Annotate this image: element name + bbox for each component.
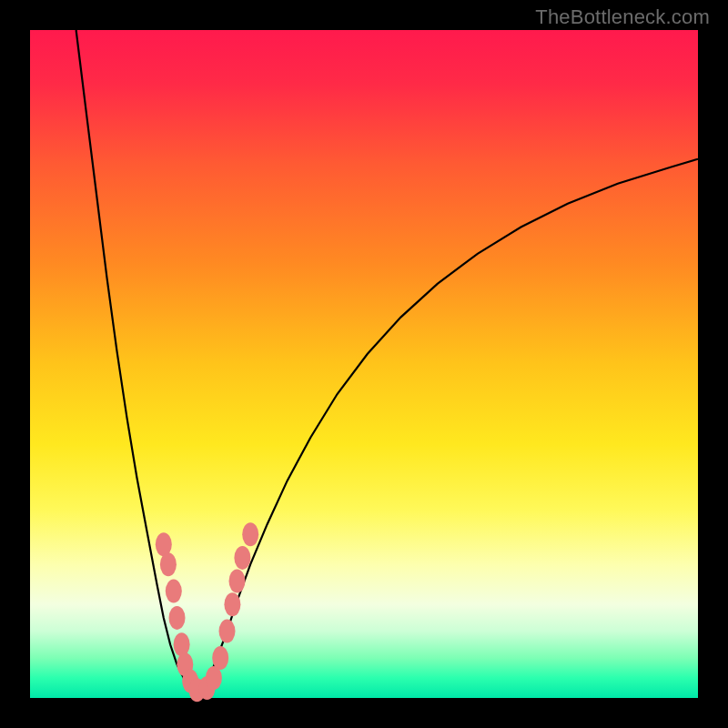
right-branch-curve (197, 159, 699, 695)
chart-frame: TheBottleneck.com (0, 0, 728, 728)
data-marker (242, 522, 258, 546)
data-marker (160, 552, 177, 576)
data-marker (229, 570, 246, 593)
watermark-text: TheBottleneck.com (535, 5, 710, 29)
marker-group (156, 522, 258, 702)
data-marker (166, 580, 182, 603)
data-marker (234, 546, 250, 570)
data-marker (156, 532, 172, 556)
data-marker (224, 592, 240, 616)
data-marker (169, 606, 186, 630)
data-marker (174, 632, 190, 656)
data-marker (212, 646, 228, 670)
chart-svg (30, 30, 698, 698)
data-marker (219, 620, 236, 643)
